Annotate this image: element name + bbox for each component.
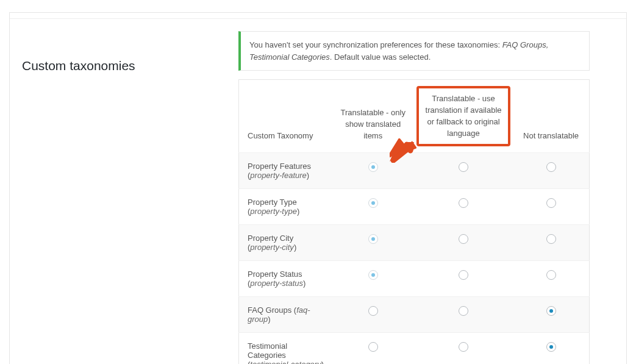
radio-option[interactable] <box>546 234 556 244</box>
radio-option[interactable] <box>546 342 556 352</box>
section-title: Custom taxonomies <box>22 59 238 73</box>
sync-notice: You haven't set your synchronization pre… <box>238 31 590 71</box>
col-header-taxonomy: Custom Taxonomy <box>239 80 332 153</box>
radio-cell <box>513 225 589 261</box>
taxonomy-name-cell: FAQ Groups (faq-group) <box>239 297 332 333</box>
radio-option[interactable] <box>546 306 556 316</box>
radio-option[interactable] <box>459 270 468 280</box>
table-row: Testimonial Categories (testimonial-cate… <box>239 333 590 364</box>
radio-cell <box>513 189 589 225</box>
radio-cell <box>414 297 513 333</box>
radio-cell <box>513 297 589 333</box>
radio-option[interactable] <box>368 270 378 280</box>
radio-option[interactable] <box>546 162 556 172</box>
custom-taxonomies-section: Custom taxonomies You haven't set your s… <box>10 19 626 364</box>
taxonomy-name-cell: Property City (property-city) <box>239 225 332 261</box>
taxonomy-name-cell: Property Type (property-type) <box>239 189 332 225</box>
radio-option[interactable] <box>368 162 378 172</box>
taxonomy-name-cell: Property Features (property-feature) <box>239 153 332 189</box>
radio-option[interactable] <box>546 198 556 208</box>
notice-suffix: . Default value was selected. <box>330 52 431 62</box>
arrow-icon <box>390 138 416 163</box>
top-border <box>10 13 626 19</box>
highlight-box: Translatable - use translation if availa… <box>416 86 510 146</box>
radio-cell <box>332 333 414 364</box>
table-row: Property Type (property-type) <box>239 189 590 225</box>
taxonomy-name-cell: Property Status (property-status) <box>239 261 332 297</box>
table-row: FAQ Groups (faq-group) <box>239 297 590 333</box>
table-body: Property Features (property-feature)Prop… <box>239 153 590 364</box>
radio-cell <box>332 261 414 297</box>
radio-cell <box>332 225 414 261</box>
radio-option[interactable] <box>459 342 468 352</box>
radio-option[interactable] <box>459 306 468 316</box>
radio-cell <box>414 333 513 364</box>
settings-panel: Custom taxonomies You haven't set your s… <box>9 12 627 364</box>
radio-option[interactable] <box>368 306 378 316</box>
radio-cell <box>414 225 513 261</box>
table-header-row: Custom Taxonomy Translatable - only show… <box>239 80 590 153</box>
table-row: Property Status (property-status) <box>239 261 590 297</box>
taxonomy-name-cell: Testimonial Categories (testimonial-cate… <box>239 333 332 364</box>
radio-option[interactable] <box>368 342 378 352</box>
taxonomy-table: Custom Taxonomy Translatable - only show… <box>238 79 590 364</box>
radio-cell <box>414 261 513 297</box>
radio-cell <box>414 153 513 189</box>
radio-option[interactable] <box>368 234 378 244</box>
radio-cell <box>513 261 589 297</box>
radio-cell <box>513 153 589 189</box>
col-header-fallback-text: Translatable - use translation if availa… <box>426 94 502 138</box>
section-right: You haven't set your synchronization pre… <box>238 31 626 364</box>
table-row: Property City (property-city) <box>239 225 590 261</box>
radio-cell <box>513 333 589 364</box>
radio-option[interactable] <box>368 198 378 208</box>
radio-cell <box>414 189 513 225</box>
col-header-not-translatable: Not translatable <box>513 80 589 153</box>
radio-option[interactable] <box>459 234 468 244</box>
radio-option[interactable] <box>459 198 468 208</box>
radio-option[interactable] <box>459 162 468 172</box>
radio-cell <box>332 189 414 225</box>
section-left: Custom taxonomies <box>22 31 238 364</box>
radio-cell <box>332 297 414 333</box>
notice-prefix: You haven't set your synchronization pre… <box>249 40 502 49</box>
radio-option[interactable] <box>546 270 556 280</box>
col-header-translatable-fallback: Translatable - use translation if availa… <box>414 80 513 153</box>
